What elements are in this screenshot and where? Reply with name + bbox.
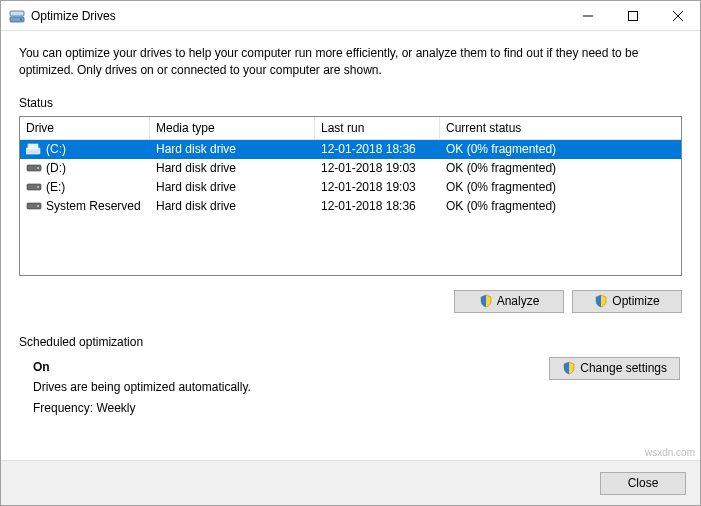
shield-icon	[562, 361, 576, 375]
titlebar: Optimize Drives	[1, 1, 700, 31]
optimize-button-label: Optimize	[612, 294, 659, 308]
drive-last-run: 12-01-2018 19:03	[315, 159, 440, 177]
drive-name: (D:)	[46, 161, 66, 175]
drive-icon	[26, 143, 42, 155]
drive-icon	[26, 162, 42, 174]
shield-icon	[479, 294, 493, 308]
footer: Close	[1, 460, 700, 505]
action-buttons-row: Analyze Optimize	[19, 290, 682, 313]
drive-status: OK (0% fragmented)	[440, 159, 681, 177]
watermark: wsxdn.com	[645, 447, 695, 458]
drive-name: (C:)	[46, 142, 66, 156]
drive-name: (E:)	[46, 180, 65, 194]
schedule-text-block: On Drives are being optimized automatica…	[33, 357, 251, 418]
svg-point-10	[37, 167, 39, 169]
svg-rect-4	[628, 11, 637, 20]
column-drive[interactable]: Drive	[20, 117, 150, 140]
column-media-type[interactable]: Media type	[150, 117, 315, 140]
drive-media-type: Hard disk drive	[150, 159, 315, 177]
drive-name: System Reserved	[46, 199, 141, 213]
schedule-description: Drives are being optimized automatically…	[33, 377, 251, 397]
drive-media-type: Hard disk drive	[150, 178, 315, 196]
optimize-button[interactable]: Optimize	[572, 290, 682, 313]
schedule-frequency-value: Weekly	[96, 401, 135, 415]
drive-status: OK (0% fragmented)	[440, 140, 681, 158]
column-current-status[interactable]: Current status	[440, 117, 681, 140]
column-last-run[interactable]: Last run	[315, 117, 440, 140]
table-row[interactable]: (E:)Hard disk drive12-01-2018 19:03OK (0…	[20, 178, 681, 197]
drive-last-run: 12-01-2018 18:36	[315, 140, 440, 158]
drives-listview[interactable]: Drive Media type Last run Current status…	[19, 116, 682, 276]
analyze-button-label: Analyze	[497, 294, 540, 308]
drive-status: OK (0% fragmented)	[440, 197, 681, 215]
shield-icon	[594, 294, 608, 308]
drive-media-type: Hard disk drive	[150, 140, 315, 158]
table-row[interactable]: (D:)Hard disk drive12-01-2018 19:03OK (0…	[20, 159, 681, 178]
drive-status: OK (0% fragmented)	[440, 178, 681, 196]
listview-rows: (C:)Hard disk drive12-01-2018 18:36OK (0…	[20, 140, 681, 216]
drive-last-run: 12-01-2018 19:03	[315, 178, 440, 196]
svg-point-2	[20, 18, 22, 20]
maximize-button[interactable]	[610, 1, 655, 30]
drive-icon	[26, 200, 42, 212]
table-row[interactable]: System ReservedHard disk drive12-01-2018…	[20, 197, 681, 216]
svg-rect-1	[10, 11, 24, 16]
table-row[interactable]: (C:)Hard disk drive12-01-2018 18:36OK (0…	[20, 140, 681, 159]
status-label: Status	[19, 96, 682, 110]
change-settings-button-label: Change settings	[580, 361, 667, 375]
svg-point-12	[37, 186, 39, 188]
svg-rect-8	[28, 144, 38, 149]
close-button[interactable]: Close	[600, 472, 686, 495]
svg-point-14	[37, 205, 39, 207]
minimize-button[interactable]	[565, 1, 610, 30]
drive-media-type: Hard disk drive	[150, 197, 315, 215]
close-button-label: Close	[628, 476, 659, 490]
change-settings-button[interactable]: Change settings	[549, 357, 680, 380]
content-area: You can optimize your drives to help you…	[1, 31, 700, 460]
analyze-button[interactable]: Analyze	[454, 290, 564, 313]
listview-header: Drive Media type Last run Current status	[20, 117, 681, 140]
app-icon	[9, 8, 25, 24]
close-window-button[interactable]	[655, 1, 700, 30]
drive-last-run: 12-01-2018 18:36	[315, 197, 440, 215]
schedule-frequency-label: Frequency:	[33, 401, 93, 415]
scheduled-optimization-section: Scheduled optimization On Drives are bei…	[19, 335, 682, 418]
drive-icon	[26, 181, 42, 193]
intro-text: You can optimize your drives to help you…	[19, 45, 682, 80]
schedule-state: On	[33, 360, 50, 374]
scheduled-optimization-label: Scheduled optimization	[19, 335, 682, 349]
window-title: Optimize Drives	[31, 9, 565, 23]
